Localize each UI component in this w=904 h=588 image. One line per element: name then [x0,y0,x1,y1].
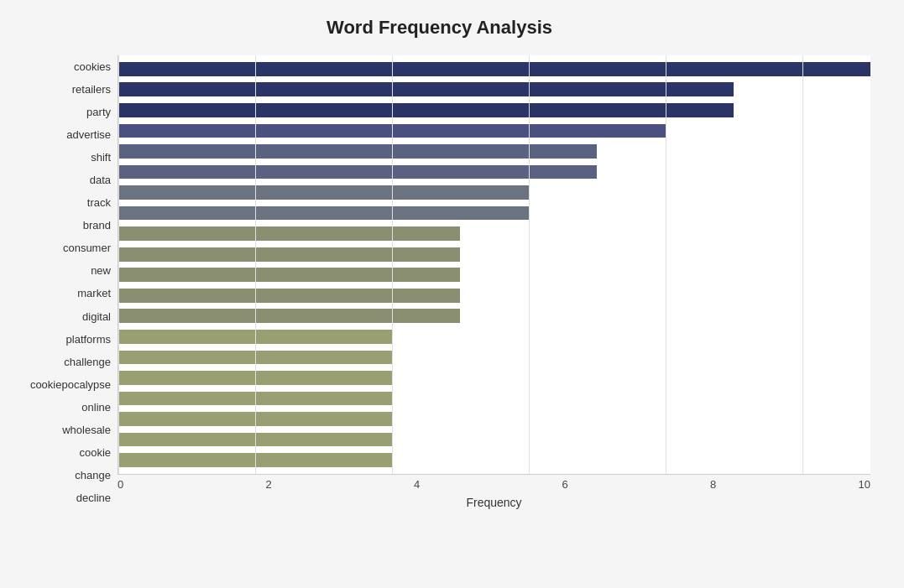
grid-line-8 [666,55,666,474]
chart-title: Word Frequency Analysis [8,17,870,39]
bar-retailers [118,82,734,96]
bar-row-advertise [118,121,870,142]
x-tick-10: 10 [859,478,870,491]
bar-row-platforms [118,306,870,327]
bar-market [118,268,460,282]
bar-row-online [118,367,870,388]
bar-row-challenge [118,326,870,347]
bar-digital [118,289,460,303]
x-tick-0: 0 [118,478,123,491]
bar-data [118,165,597,180]
bar-row-cookie [118,408,870,429]
y-label-challenge: challenge [64,356,111,367]
chart-container: Word Frequency Analysis cookiesretailers… [0,0,904,588]
bar-row-decline [118,450,870,471]
bar-cookies [118,62,870,76]
bar-row-track [118,182,870,203]
x-axis: 0246810 Frequency [118,475,870,509]
y-label-cookiepocalypse: cookiepocalypse [30,379,111,390]
bar-shift [118,144,597,159]
bar-platforms [118,309,460,323]
y-label-platforms: platforms [66,334,111,345]
bar-row-retailers [118,80,870,101]
bar-row-shift [118,141,870,162]
bar-row-consumer [118,223,870,244]
bar-row-new [118,244,870,265]
y-label-decline: decline [76,492,111,503]
bars-and-x: 0246810 Frequency [118,55,870,509]
y-label-consumer: consumer [63,242,111,253]
y-label-market: market [77,288,111,299]
bar-row-market [118,264,870,285]
y-label-wholesale: wholesale [62,424,111,435]
bar-row-party [118,100,870,121]
x-ticks: 0246810 [118,478,870,492]
x-tick-4: 4 [414,478,420,491]
bars-wrapper [118,55,870,474]
bar-consumer [118,226,460,241]
grid-line-0 [118,55,119,474]
y-label-party: party [86,107,111,117]
bar-brand [118,206,529,221]
grid-line-4 [392,55,393,474]
y-label-cookie: cookie [79,447,111,458]
bar-row-digital [118,285,870,306]
y-label-data: data [90,174,111,185]
bar-row-cookies [118,59,870,80]
y-label-online: online [81,402,111,413]
bar-row-cookiepocalypse [118,347,870,368]
x-axis-label: Frequency [118,496,870,509]
y-label-brand: brand [83,220,111,231]
grid-line-2 [255,55,256,474]
bar-new [118,247,460,262]
bar-row-data [118,162,870,183]
chart-area: cookiesretailerspartyadvertiseshiftdatat… [8,55,870,509]
x-tick-8: 8 [710,478,716,491]
y-label-cookies: cookies [74,61,111,72]
y-label-advertise: advertise [66,129,111,140]
y-label-new: new [91,265,111,276]
grid-line-6 [529,55,530,474]
y-label-shift: shift [91,152,111,163]
x-tick-6: 6 [562,478,568,491]
y-label-track: track [87,197,111,208]
x-tick-2: 2 [266,478,272,491]
bars-grid [118,55,870,475]
bar-row-change [118,429,870,450]
y-label-digital: digital [82,311,111,322]
y-label-retailers: retailers [72,84,111,95]
bar-row-wholesale [118,388,870,409]
y-axis-labels: cookiesretailerspartyadvertiseshiftdatat… [8,55,118,509]
grid-line-10 [802,55,803,474]
bar-row-brand [118,203,870,224]
bar-track [118,185,529,200]
bar-party [118,103,734,117]
y-label-change: change [75,470,111,481]
